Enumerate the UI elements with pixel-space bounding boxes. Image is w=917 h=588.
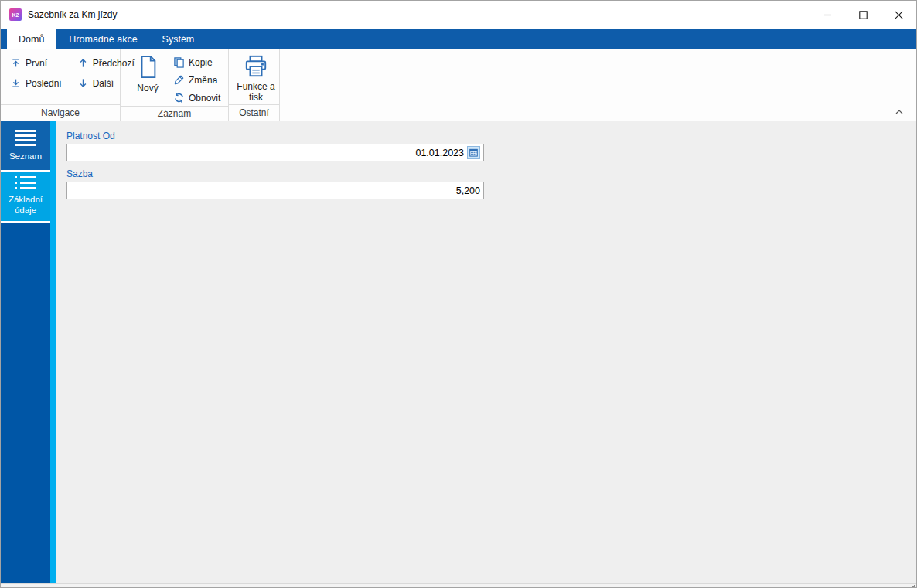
detail-list-icon [15, 176, 36, 189]
tab-system[interactable]: Systém [151, 29, 206, 49]
refresh-icon [173, 92, 185, 104]
sidebar-item-label: Základní údaje [2, 194, 49, 216]
first-button[interactable]: První [7, 55, 65, 71]
main-area: Seznam Základní údaje Platnost Od 01.01.… [1, 121, 916, 583]
functions-print-button[interactable]: Funkce a tisk [234, 51, 278, 104]
field-label: Sazba [66, 168, 916, 179]
window-bottom-edge [1, 583, 916, 588]
sazba-input[interactable]: 5,200 [66, 182, 484, 199]
last-icon [10, 77, 22, 89]
collapse-ribbon-icon[interactable] [892, 107, 906, 117]
sidebar-item-zakladni-udaje[interactable]: Základní údaje [1, 172, 50, 223]
ribbon-group-zaznam: Nový Kopie Změna [121, 49, 229, 121]
resize-grip[interactable] [912, 584, 915, 587]
field-label: Platnost Od [66, 131, 916, 141]
platnost-od-value: 01.01.2023 [415, 148, 464, 158]
group-label-ostatni: Ostatní [229, 104, 279, 121]
minimize-icon[interactable] [810, 1, 845, 29]
copy-icon [173, 56, 185, 68]
sidebar-item-seznam[interactable]: Seznam [1, 121, 50, 172]
caption-buttons [810, 1, 916, 29]
field-platnost-od: Platnost Od 01.01.2023 [66, 131, 916, 161]
titlebar: K2 Sazebník za Km jízdy [1, 1, 916, 29]
tab-hromadne-akce[interactable]: Hromadné akce [57, 29, 148, 49]
first-icon [10, 57, 22, 69]
down-arrow-icon [77, 77, 89, 89]
group-label-zaznam: Záznam [121, 106, 228, 121]
new-document-icon [136, 54, 159, 80]
last-button[interactable]: Poslední [7, 75, 65, 91]
app-logo-icon: K2 [9, 8, 22, 21]
maximize-icon[interactable] [845, 1, 881, 29]
up-arrow-icon [77, 57, 89, 69]
platnost-od-input[interactable]: 01.01.2023 [66, 144, 484, 161]
sidebar-active-strip [50, 121, 56, 583]
refresh-button[interactable]: Obnovit [170, 90, 223, 106]
field-sazba: Sazba 5,200 [66, 168, 916, 199]
sidebar-item-label: Seznam [9, 151, 42, 161]
window-title: Sazebník za Km jízdy [28, 9, 117, 20]
group-label-navigace: Navigace [1, 104, 120, 121]
edit-pencil-icon [173, 74, 185, 86]
ribbon-group-navigace: První Poslední Předchozí [1, 49, 121, 121]
tab-domu[interactable]: Domů [7, 29, 56, 49]
hamburger-icon [15, 130, 36, 146]
close-icon[interactable] [881, 1, 916, 29]
form-content: Platnost Od 01.01.2023 Sazba 5,200 [56, 121, 916, 583]
sidebar: Seznam Základní údaje [1, 121, 50, 583]
sazba-value: 5,200 [456, 185, 480, 196]
ribbon-tabbar: Domů Hromadné akce Systém [1, 29, 916, 49]
calendar-icon[interactable] [467, 146, 480, 159]
ribbon: První Poslední Předchozí [1, 49, 916, 121]
printer-icon [244, 54, 268, 79]
ribbon-group-ostatni: Funkce a tisk Ostatní [229, 49, 280, 121]
app-window: K2 Sazebník za Km jízdy Domů Hromadné ak… [0, 0, 917, 588]
copy-button[interactable]: Kopie [170, 54, 223, 70]
change-button[interactable]: Změna [170, 72, 223, 88]
new-button[interactable]: Nový [125, 51, 170, 106]
